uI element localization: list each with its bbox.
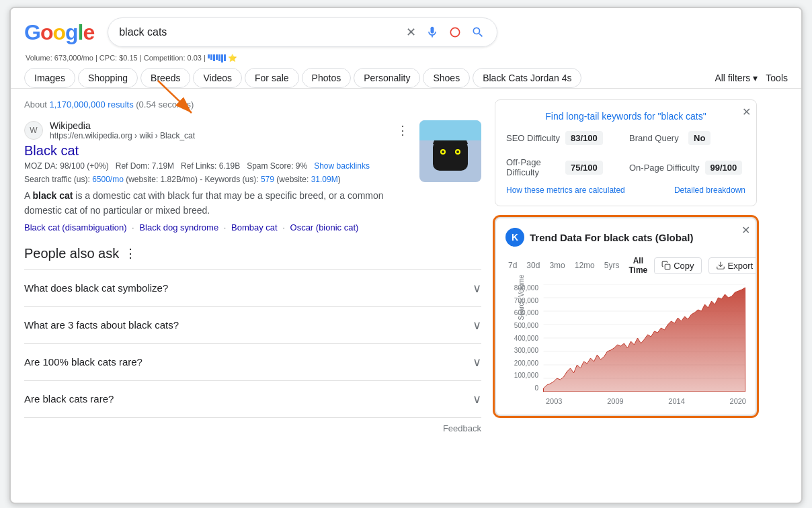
tabs-row: Images Shopping Breeds Videos For sale P… [24,62,788,88]
related-link-2[interactable]: Black dog syndrome [139,222,218,232]
result-meta: MOZ DA: 98/100 (+0%) Ref Dom: 7.19M Ref … [24,161,409,171]
time-7d[interactable]: 7d [505,259,520,271]
x-label-2009: 2009 [607,397,623,405]
result-traffic: Search traffic (us): 6500/mo (website: 1… [24,175,409,184]
chart-svg-container [542,284,746,394]
tab-breeds[interactable]: Breeds [140,68,190,88]
trend-panel: ✕ K Trend Data For black cats (Global) 7… [495,217,757,416]
faq-item-3[interactable]: Are 100% black cats rare? ∨ [24,343,481,380]
trend-title: Trend Data For black cats (Global) [530,232,693,243]
faq-item-1[interactable]: What does black cat symbolize? ∨ [24,269,481,306]
tab-photos[interactable]: Photos [302,68,352,88]
x-axis-labels: 2003 2009 2014 2020 [505,394,746,405]
time-3mo[interactable]: 3mo [546,259,567,271]
tab-personality[interactable]: Personality [354,68,420,88]
result-header: W Wikipedia https://en.wikipedia.org › w… [24,120,409,140]
tab-images[interactable]: Images [24,68,75,88]
more-options-icon[interactable]: ⋮ [397,123,409,138]
time-5yrs[interactable]: 5yrs [602,259,622,271]
result-with-image: W Wikipedia https://en.wikipedia.org › w… [24,120,481,232]
y-axis-title: Search Volume [518,275,525,321]
site-name: Wikipedia [50,120,390,131]
chart-area: 0 100,000 200,000 300,000 400,000 500,00… [505,284,746,394]
logo-g2: g [65,20,78,44]
tab-videos[interactable]: Videos [193,68,242,88]
on-page-difficulty: On-Page Difficulty 99/100 [629,157,745,177]
trend-time-row: 7d 30d 3mo 12mo 5yrs All Time Copy Expor… [505,255,746,276]
seo-bar: Volume: 673,000/mo | CPC: $0.15 | Compet… [24,54,788,62]
related-link-4[interactable]: Oscar (bionic cat) [290,222,359,232]
show-backlinks-link[interactable]: Show backlinks [314,161,370,171]
site-url: https://en.wikipedia.org › wiki › Black_… [50,131,390,140]
export-label: Export [728,261,754,271]
people-also-ask-title: People also ask ⋮ [24,246,481,261]
related-link-1[interactable]: Black cat (disambiguation) [24,222,126,232]
off-page-difficulty: Off-PageDifficulty 75/100 [506,157,622,177]
left-panel: About 1,170,000,000 results (0.54 second… [24,99,481,433]
trend-close-button[interactable]: ✕ [741,224,750,237]
logo-g: G [24,20,40,44]
tab-black-cats-jordan[interactable]: Black Cats Jordan 4s [473,68,581,88]
wikipedia-icon: W [24,121,43,140]
tab-shopping[interactable]: Shopping [78,68,138,88]
results-count: About 1,170,000,000 results (0.54 second… [24,99,481,110]
svg-point-0 [451,28,460,36]
time-all-time[interactable]: All Time [626,255,650,276]
copy-button[interactable]: Copy [654,257,701,274]
related-link-3[interactable]: Bombay cat [231,222,278,232]
clear-button[interactable]: ✕ [405,24,417,41]
time-30d[interactable]: 30d [524,259,542,271]
logo-o2: o [52,20,65,44]
right-panel: ✕ Find long-tail keywords for "black cat… [495,99,757,433]
faq-item-4[interactable]: Are black cats rare? ∨ [24,380,481,418]
seo-close-button[interactable]: ✕ [742,105,751,118]
logo-e: e [83,20,94,44]
result-text-area: W Wikipedia https://en.wikipedia.org › w… [24,120,409,232]
copy-label: Copy [674,261,694,271]
logo-row: Google ✕ [24,17,788,47]
seo-difficulty: SEO Difficulty 83/100 [506,131,622,145]
search-input[interactable] [119,26,405,38]
people-also-ask: People also ask ⋮ What does black cat sy… [24,246,481,418]
search-icons: ✕ [405,24,486,41]
tools-button[interactable]: Tools [766,73,788,83]
browser-frame: Google ✕ [9,7,803,504]
brand-query: Brand Query No [629,131,745,145]
header: Google ✕ [11,8,801,89]
mic-button[interactable] [424,24,440,40]
chevron-down-icon: ▾ [753,73,758,83]
result-title[interactable]: Black cat [24,143,409,159]
export-button[interactable]: Export [708,257,757,274]
result-links: Black cat (disambiguation) · Black dog s… [24,222,409,232]
result-thumbnail [419,120,481,232]
people-ask-more-icon[interactable]: ⋮ [124,246,136,261]
tab-shoes[interactable]: Shoes [423,68,470,88]
x-label-2020: 2020 [730,397,746,405]
feedback-link[interactable]: Feedback [24,423,481,433]
how-calculated-link[interactable]: How these metrics are calculated [506,185,625,195]
volume-bar [208,54,226,62]
x-label-2014: 2014 [668,397,684,405]
svg-rect-11 [665,264,670,269]
seo-links: How these metrics are calculated Detaile… [506,185,745,195]
chevron-icon-3: ∨ [473,355,481,370]
chevron-icon-4: ∨ [473,392,481,407]
detailed-breakdown-link[interactable]: Detailed breakdown [674,185,745,195]
trend-k-icon: K [505,228,524,247]
trend-header: K Trend Data For black cats (Global) [505,228,746,247]
time-12mo[interactable]: 12mo [572,259,598,271]
wikipedia-result: W Wikipedia https://en.wikipedia.org › w… [24,120,481,232]
all-filters-btn[interactable]: All filters ▾ [715,73,758,83]
seo-panel: ✕ Find long-tail keywords for "black cat… [495,99,757,206]
main-content: About 1,170,000,000 results (0.54 second… [11,89,801,444]
x-label-2003: 2003 [546,397,562,405]
faq-item-2[interactable]: What are 3 facts about black cats? ∨ [24,306,481,343]
chevron-icon-2: ∨ [473,318,481,333]
svg-rect-10 [419,120,481,182]
search-button[interactable] [470,24,486,40]
tab-for-sale[interactable]: For sale [245,68,299,88]
lens-button[interactable] [447,24,463,40]
logo-o1: o [40,20,53,44]
find-keywords-button[interactable]: Find long-tail keywords for "black cats" [506,111,745,122]
search-bar[interactable]: ✕ [108,17,497,47]
